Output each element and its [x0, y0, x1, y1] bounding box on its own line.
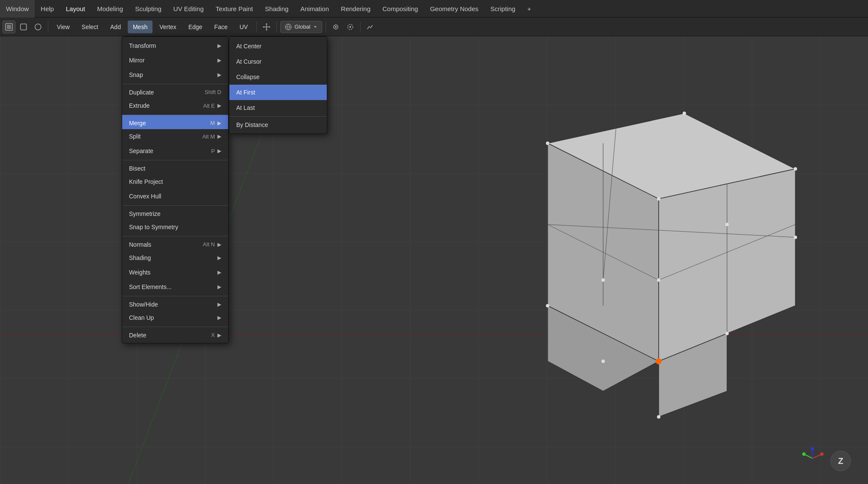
menu-item-snap-to-symmetry[interactable]: Snap to Symmetry [122, 220, 228, 234]
menu-item-symmetrize[interactable]: Symmetrize [122, 205, 228, 220]
submenu-collapse[interactable]: Collapse [229, 69, 327, 85]
svg-rect-1 [7, 25, 11, 29]
arrow-icon-show-hide: ▶ [217, 301, 221, 307]
arrow-icon-clean-up: ▶ [217, 315, 221, 321]
menu-item-convex-hull[interactable]: Convex Hull [122, 189, 228, 204]
proportional-icon[interactable] [344, 21, 357, 33]
submenu-at-first[interactable]: At First [229, 85, 327, 100]
svg-point-40 [601, 278, 605, 282]
svg-point-50 [811, 447, 814, 451]
divider-3 [276, 21, 277, 32]
svg-point-16 [349, 26, 351, 28]
submenu-at-last[interactable]: At Last [229, 100, 327, 115]
transform-icon[interactable] [260, 21, 273, 33]
svg-point-39 [794, 236, 797, 239]
arrow-icon-shading: ▶ [217, 255, 221, 261]
axis-indicator [800, 446, 825, 471]
3d-scene [462, 58, 847, 421]
menu-item-snap[interactable]: Snap ▶ [122, 68, 228, 82]
topbar-layout[interactable]: Layout [60, 0, 91, 18]
zoom-button[interactable]: Z [830, 451, 851, 471]
mode-icon-2[interactable] [17, 21, 30, 33]
svg-point-14 [335, 26, 337, 28]
topbar-rendering[interactable]: Rendering [335, 0, 376, 18]
menu-item-duplicate[interactable]: Duplicate Shift D [122, 84, 228, 98]
svg-rect-2 [21, 24, 26, 30]
divider-5 [360, 21, 361, 32]
svg-marker-8 [263, 26, 264, 28]
divider-2 [256, 21, 257, 32]
global-label: Global [294, 24, 311, 30]
svg-point-41 [725, 223, 729, 226]
menu-item-mirror[interactable]: Mirror ▶ [122, 53, 228, 68]
submenu-at-cursor[interactable]: At Cursor [229, 54, 327, 69]
menu-item-clean-up[interactable]: Clean Up ▶ [122, 310, 228, 325]
menu-item-separate[interactable]: Separate P ▶ [122, 144, 228, 158]
topbar-add-workspace[interactable]: + [521, 0, 537, 18]
submenu-by-distance[interactable]: By Distance [229, 116, 327, 132]
shortcut-extrude: Alt E [203, 103, 215, 109]
svg-point-33 [546, 142, 549, 145]
topbar-modeling[interactable]: Modeling [91, 0, 129, 18]
menu-item-weights[interactable]: Weights ▶ [122, 265, 228, 280]
arrow-icon-normals: ▶ [217, 242, 221, 248]
toolbar2-face[interactable]: Face [209, 21, 233, 33]
svg-point-32 [656, 358, 662, 364]
menu-item-normals[interactable]: Normals Alt N ▶ [122, 236, 228, 251]
topbar-uv-editing[interactable]: UV Editing [167, 0, 210, 18]
svg-point-35 [794, 167, 797, 171]
svg-point-3 [35, 24, 41, 30]
topbar-help[interactable]: Help [35, 0, 60, 18]
toolbar2-vertex[interactable]: Vertex [154, 21, 182, 33]
svg-point-38 [657, 278, 660, 282]
global-selector[interactable]: Global [280, 21, 322, 33]
menu-item-transform[interactable]: Transform ▶ [122, 38, 228, 53]
topbar-scripting[interactable]: Scripting [484, 0, 521, 18]
snap-icon[interactable] [329, 21, 342, 33]
svg-marker-9 [269, 26, 270, 28]
mode-icon-1[interactable] [3, 21, 15, 33]
toolbar2-edge[interactable]: Edge [183, 21, 208, 33]
divider-4 [326, 21, 326, 32]
svg-marker-6 [266, 23, 267, 24]
topbar-geometry-nodes[interactable]: Geometry Nodes [424, 0, 484, 18]
toolbar2: View Select Add Mesh Vertex Edge Face UV… [0, 18, 868, 36]
svg-marker-7 [266, 30, 267, 31]
submenu-at-center[interactable]: At Center [229, 38, 327, 54]
topbar-shading[interactable]: Shading [259, 0, 294, 18]
shortcut-separate: P [211, 148, 215, 154]
menu-item-bisect[interactable]: Bisect [122, 160, 228, 174]
graph-icon[interactable] [364, 21, 377, 33]
toolbar2-view[interactable]: View [52, 21, 75, 33]
topbar-animation[interactable]: Animation [294, 0, 335, 18]
mode-icon-3[interactable] [32, 21, 44, 33]
topbar-sculpting[interactable]: Sculpting [129, 0, 167, 18]
svg-point-43 [601, 360, 605, 363]
arrow-icon: ▶ [217, 72, 221, 78]
divider-1 [48, 21, 48, 32]
topbar-window[interactable]: Window [0, 0, 35, 18]
menu-item-shading[interactable]: Shading ▶ [122, 251, 228, 265]
toolbar2-mesh[interactable]: Mesh [128, 21, 152, 33]
svg-point-36 [657, 197, 660, 201]
menu-item-split[interactable]: Split Alt M ▶ [122, 129, 228, 144]
shortcut-duplicate: Shift D [205, 89, 221, 95]
topbar: Window Help Layout Modeling Sculpting UV… [0, 0, 868, 18]
toolbar2-select[interactable]: Select [76, 21, 103, 33]
arrow-icon-delete: ▶ [217, 332, 221, 338]
main-menu: Transform ▶ Mirror ▶ Snap ▶ Duplicate Sh… [122, 36, 229, 343]
toolbar2-add[interactable]: Add [105, 21, 126, 33]
svg-marker-12 [314, 26, 317, 28]
menu-item-sort-elements[interactable]: Sort Elements... ▶ [122, 280, 228, 294]
toolbar2-uv[interactable]: UV [235, 21, 253, 33]
arrow-icon: ▶ [217, 57, 221, 63]
menu-item-show-hide[interactable]: Show/Hide ▶ [122, 296, 228, 310]
merge-submenu: At Center At Cursor Collapse At First At… [229, 36, 327, 134]
topbar-compositing[interactable]: Compositing [376, 0, 424, 18]
menu-item-extrude[interactable]: Extrude Alt E ▶ [122, 98, 228, 113]
menu-item-merge[interactable]: Merge M ▶ [122, 115, 228, 129]
topbar-texture-paint[interactable]: Texture Paint [210, 0, 259, 18]
shortcut-split: Alt M [202, 133, 215, 140]
menu-item-delete[interactable]: Delete X ▶ [122, 327, 228, 341]
menu-item-knife-project[interactable]: Knife Project [122, 174, 228, 189]
